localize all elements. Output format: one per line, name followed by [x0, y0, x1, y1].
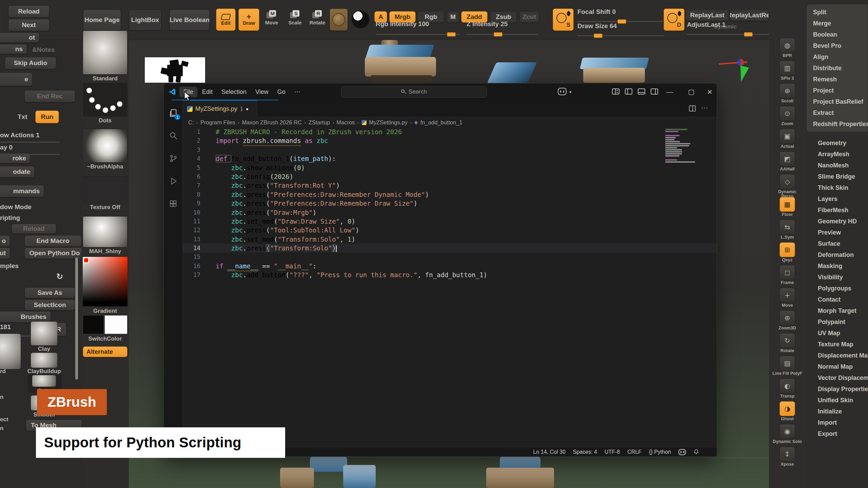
left-button-end-rec[interactable]: End Rec [24, 90, 75, 102]
rotate-mode-button[interactable]: RRotate [308, 10, 327, 25]
menu-item-visibility[interactable]: Visibility [818, 274, 843, 281]
stroke-settings-s-button[interactable]: S [553, 8, 574, 31]
chevron-down-icon[interactable]: ▾ [569, 89, 572, 95]
menu-item-remesh[interactable]: Remesh [813, 76, 837, 83]
left-button-run[interactable]: Run [35, 110, 59, 123]
copilot-status-icon[interactable] [678, 449, 686, 455]
menu-item-project-basrelief[interactable]: Project BasRelief [813, 98, 863, 105]
menu-more[interactable]: ⋯ [290, 86, 304, 97]
shelf-zoom[interactable]: ⊙Zoom [772, 106, 803, 126]
shelf-zoom3d[interactable]: ⊕Zoom3D [772, 310, 803, 330]
close-button[interactable]: × [702, 83, 717, 100]
shelf-frame[interactable]: ◻Frame [772, 265, 803, 285]
breadcrumb-item[interactable]: MyZSettings.py [369, 119, 408, 126]
menu-item-normal-map[interactable]: Normal Map [818, 363, 853, 370]
menu-item-displacement-map[interactable]: Displacement Map [818, 352, 868, 359]
move-mode-button[interactable]: MMove [262, 10, 281, 25]
code-line-6[interactable]: 6 zbc.config(2026) [183, 172, 717, 181]
menu-item-project[interactable]: Project [813, 87, 834, 94]
breadcrumb-item[interactable]: ZStartup [309, 119, 330, 126]
tab-dirty-dot[interactable]: ● [246, 106, 249, 111]
shelf-dynamic-solo[interactable]: ◉Dynamic Solo [772, 424, 803, 444]
rgb-intensity-slider-handle[interactable] [447, 32, 456, 37]
status-spaces-4[interactable]: Spaces: 4 [573, 449, 597, 455]
brush-thumb-standard-small[interactable] [32, 375, 56, 387]
maximize-button[interactable]: ▢ [684, 83, 699, 100]
code-line-5[interactable]: 5 zbc.show_actions(0) [183, 163, 717, 172]
code-line-2[interactable]: 2import zbrush.commands as zbc [183, 136, 717, 145]
code-line-9[interactable]: 9 zbc.press("Preferences:Draw:Remember D… [183, 199, 717, 208]
shelf-aahalf[interactable]: ◩AAHalf [772, 151, 803, 171]
focal-shift-slider[interactable] [577, 21, 664, 22]
menu-item-display-properties[interactable]: Display Properties [818, 386, 868, 393]
menu-item-arraymesh[interactable]: ArrayMesh [818, 151, 849, 158]
axis-gizmo[interactable] [719, 58, 753, 88]
left-slider-ow-actions-1[interactable]: ow Actions 1 [0, 131, 39, 139]
editor-actions-more-icon[interactable]: ⋯ [701, 104, 708, 112]
menu-item-unified-skin[interactable]: Unified Skin [818, 397, 853, 404]
minimap[interactable] [665, 129, 696, 163]
minimize-button[interactable]: — [662, 83, 677, 100]
brush-thumb-dots[interactable] [83, 83, 127, 117]
rgb-intensity-slider[interactable] [376, 34, 460, 35]
menu-item-texture-map[interactable]: Texture Map [818, 341, 853, 348]
brush-thumb-blob[interactable] [83, 129, 127, 163]
left-button-roke[interactable]: roke [0, 153, 31, 163]
breadcrumb-item[interactable]: fn_add_button_1 [420, 119, 462, 126]
left-slider-track[interactable] [0, 142, 60, 143]
edit-mode-button[interactable]: Edit [216, 8, 236, 31]
left-button-e[interactable]: e [0, 73, 33, 86]
shelf-scroll[interactable]: ⊕Scroll [772, 83, 803, 103]
extensions-icon[interactable] [167, 197, 180, 210]
search-box[interactable]: Search [341, 86, 487, 98]
left-button-end-macro[interactable]: End Macro [24, 235, 81, 247]
code-line-14[interactable]: 14 zbc.press("Transform:Solo") [183, 244, 717, 252]
left-button-reload[interactable]: Reload [8, 5, 50, 18]
menu-item-morph-target[interactable]: Morph Target [818, 307, 856, 314]
shelf-dynamic-persp[interactable]: ◇Dynamic Persp [772, 174, 803, 198]
menu-item-vector-displacement[interactable]: Vector Displacement [818, 374, 868, 382]
shelf-qxyz[interactable]: ⊞Qxyz [772, 242, 803, 262]
shelf-ghost[interactable]: ◑Ghost [772, 401, 803, 421]
menu-item-fibermesh[interactable]: FiberMesh [818, 207, 848, 214]
toggle-panel-icon[interactable] [638, 88, 645, 95]
code-line-8[interactable]: 8 zbc.press("Preferences:Draw:Remember D… [183, 190, 717, 199]
menu-item-polygroups[interactable]: Polygroups [818, 285, 851, 292]
draw-mode-button[interactable]: +Draw [238, 8, 259, 31]
brush-thumb-claybuildup[interactable] [31, 352, 58, 368]
color-sphere-button[interactable] [351, 10, 370, 28]
toggle-sidebar-icon[interactable] [625, 88, 632, 95]
menu-item-export[interactable]: Export [818, 430, 837, 438]
shelf-line-fill-polyf[interactable]: ▤Line Fill PolyF [772, 356, 803, 375]
code-editor[interactable]: 1# ZBRUSH MACRO - Recorded in ZBrush ver… [183, 127, 717, 447]
left-button-ot[interactable]: ot [0, 33, 39, 43]
code-line-13[interactable]: 13 zbc.set_mod("Transform:Solo", 1) [183, 235, 717, 244]
shelf-rotate[interactable]: ↻Rotate [772, 333, 803, 353]
shelf-l-sym[interactable]: ⇆L.Sym [772, 220, 803, 239]
code-line-7[interactable]: 7 zbc.press("Transform:Rot Y") [183, 181, 717, 190]
left-button-brushes[interactable]: Brushes [0, 311, 51, 323]
status-crlf[interactable]: CRLF [627, 449, 642, 455]
status--python[interactable]: {} Python [649, 449, 671, 455]
menu-item-geometry-hd[interactable]: Geometry HD [818, 218, 857, 225]
live-boolean-button[interactable]: Live Boolean [170, 9, 210, 30]
switch-color-white[interactable] [104, 315, 127, 334]
code-line-11[interactable]: 11 zbc.set_mod("Draw:Draw Size", 0) [183, 217, 717, 226]
code-line-4[interactable]: 4def fn_add_button_1(item_path): [183, 154, 717, 163]
shelf-xpose[interactable]: ↕Xpose [772, 447, 803, 466]
code-line-12[interactable]: 12 zbc.press("Tool:SubTool:All Low") [183, 226, 717, 235]
shelf-spix-3[interactable]: ▥SPix 3 [772, 61, 803, 80]
left-panel-scrollbar[interactable] [75, 258, 78, 380]
status-ln-14-col-30[interactable]: Ln 14, Col 30 [533, 449, 566, 455]
tab-myzsettings[interactable]: MyZSettings.py 1 ● [183, 100, 257, 117]
status-utf-8[interactable]: UTF-8 [605, 449, 620, 455]
menu-item-slime-bridge[interactable]: Slime Bridge [818, 173, 855, 180]
bell-icon[interactable] [693, 448, 699, 455]
color-picker-marker[interactable] [83, 258, 89, 263]
brush-thumb-shiny[interactable] [83, 216, 127, 247]
focal-shift-slider-handle[interactable] [617, 19, 626, 24]
customize-layout-icon[interactable] [612, 88, 619, 95]
breadcrumb[interactable]: C:›Program Files›Maxon ZBrush 2026 RC›ZS… [183, 117, 717, 127]
z-intensity-slider-handle[interactable] [494, 32, 502, 37]
menu-item-redshift-properties[interactable]: Redshift Properties [813, 121, 868, 128]
